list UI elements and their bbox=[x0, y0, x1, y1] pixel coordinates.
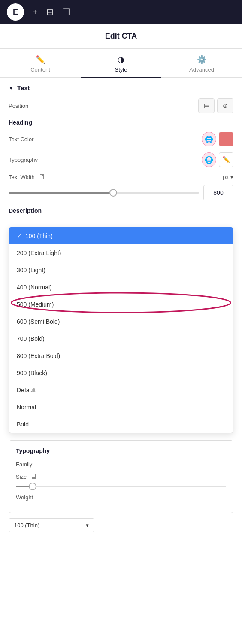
heading-typography-row: Typography 🌐 ✏️ bbox=[9, 152, 233, 167]
heading-label: Heading bbox=[9, 119, 32, 126]
chevron-down-icon: ▾ bbox=[230, 174, 233, 180]
globe-icon: 🌐 bbox=[205, 135, 213, 143]
size-slider[interactable] bbox=[16, 486, 226, 487]
dropdown-item-normal[interactable]: Normal bbox=[9, 399, 233, 416]
dropdown-item-900[interactable]: 900 (Black) bbox=[9, 364, 233, 382]
weight-select-dropdown[interactable]: 100 (Thin) ▾ bbox=[9, 518, 94, 532]
tab-advanced[interactable]: ⚙️ Advanced bbox=[161, 49, 242, 77]
font-weight-dropdown-container: ✓ 100 (Thin) 200 (Extra Light) 300 (Ligh… bbox=[9, 227, 233, 433]
monitor-icon: 🖥 bbox=[38, 173, 45, 181]
description-label: Description bbox=[9, 207, 42, 214]
description-row: Description bbox=[9, 207, 233, 214]
monitor-icon: 🖥 bbox=[30, 473, 37, 480]
family-label: Family bbox=[16, 461, 32, 468]
text-width-row: Text Width 🖥 px ▾ bbox=[9, 173, 233, 181]
settings-sliders-icon[interactable]: ⊟ bbox=[46, 7, 54, 17]
section-toggle[interactable]: ▼ Text bbox=[9, 84, 233, 92]
color-swatch[interactable] bbox=[219, 132, 233, 146]
chevron-down-icon: ▼ bbox=[9, 85, 14, 91]
dropdown-item-100[interactable]: ✓ 100 (Thin) bbox=[9, 227, 233, 244]
slider-fill bbox=[9, 192, 113, 194]
weight-label: Weight bbox=[16, 494, 33, 501]
text-width-label: Text Width 🖥 bbox=[9, 173, 45, 181]
heading-row: Heading bbox=[9, 119, 233, 126]
edit-typography-button[interactable]: ✏️ bbox=[219, 152, 233, 167]
slider-thumb[interactable] bbox=[109, 189, 117, 197]
edit-panel: Edit CTA ✏️ Content ◑ Style ⚙️ Advanced … bbox=[0, 24, 242, 644]
typography-panel: Typography Family Size 🖥 Weight bbox=[9, 440, 233, 513]
typography-panel-title: Typography bbox=[16, 447, 226, 454]
chevron-down-icon: ▾ bbox=[86, 522, 89, 528]
gear-icon: ⚙️ bbox=[197, 55, 206, 64]
check-icon: ✓ bbox=[17, 233, 22, 239]
heading-text-color-row: Text Color 🌐 bbox=[9, 132, 233, 146]
text-width-value[interactable]: 800 bbox=[203, 185, 233, 200]
text-width-slider[interactable] bbox=[9, 192, 199, 194]
text-section: ▼ Text Position ⊨ ⊕ Heading Text Color 🌐 bbox=[0, 78, 242, 227]
dropdown-item-800[interactable]: 800 (Extra Bold) bbox=[9, 347, 233, 364]
heading-text-color-controls: 🌐 bbox=[202, 132, 233, 146]
size-label: Size bbox=[16, 474, 27, 480]
global-typography-button[interactable]: 🌐 bbox=[202, 152, 216, 167]
align-center-button[interactable]: ⊕ bbox=[217, 98, 233, 113]
position-label: Position bbox=[9, 103, 28, 109]
dropdown-item-200[interactable]: 200 (Extra Light) bbox=[9, 244, 233, 262]
tab-content[interactable]: ✏️ Content bbox=[0, 49, 81, 77]
position-row: Position ⊨ ⊕ bbox=[9, 98, 233, 113]
panel-title: Edit CTA bbox=[0, 24, 242, 49]
tab-style[interactable]: ◑ Style bbox=[81, 49, 161, 77]
position-controls: ⊨ ⊕ bbox=[198, 98, 233, 113]
half-circle-icon: ◑ bbox=[118, 55, 124, 64]
globe-icon: 🌐 bbox=[205, 156, 213, 164]
dropdown-item-500[interactable]: 500 (Medium) bbox=[9, 296, 233, 313]
dropdown-item-400[interactable]: 400 (Normal) bbox=[9, 279, 233, 296]
dropdown-item-600[interactable]: 600 (Semi Bold) bbox=[9, 313, 233, 330]
pencil-icon: ✏️ bbox=[36, 55, 45, 64]
unit-select[interactable]: px ▾ bbox=[223, 174, 233, 180]
add-icon[interactable]: + bbox=[33, 7, 38, 17]
family-row: Family bbox=[16, 461, 226, 468]
elementor-logo[interactable]: E bbox=[7, 3, 24, 21]
heading-typography-label: Typography bbox=[9, 157, 38, 163]
global-color-button[interactable]: 🌐 bbox=[202, 132, 216, 146]
heading-text-color-label: Text Color bbox=[9, 136, 34, 143]
size-slider-row bbox=[16, 486, 226, 487]
top-toolbar: E + ⊟ ❐ bbox=[0, 0, 242, 24]
size-row: Size 🖥 bbox=[16, 473, 226, 480]
dropdown-item-bold[interactable]: Bold bbox=[9, 416, 233, 433]
dropdown-item-700[interactable]: 700 (Bold) bbox=[9, 330, 233, 347]
text-width-slider-row: 800 bbox=[9, 185, 233, 200]
heading-typography-controls: 🌐 ✏️ bbox=[202, 152, 233, 167]
tab-bar: ✏️ Content ◑ Style ⚙️ Advanced bbox=[0, 49, 242, 78]
align-left-button[interactable]: ⊨ bbox=[198, 98, 215, 113]
font-weight-dropdown[interactable]: ✓ 100 (Thin) 200 (Extra Light) 300 (Ligh… bbox=[9, 227, 233, 433]
dropdown-item-default[interactable]: Default bbox=[9, 382, 233, 399]
dropdown-item-300[interactable]: 300 (Light) bbox=[9, 262, 233, 279]
size-slider-thumb[interactable] bbox=[29, 483, 36, 490]
weight-row: Weight bbox=[16, 494, 226, 501]
layers-icon[interactable]: ❐ bbox=[62, 7, 70, 17]
